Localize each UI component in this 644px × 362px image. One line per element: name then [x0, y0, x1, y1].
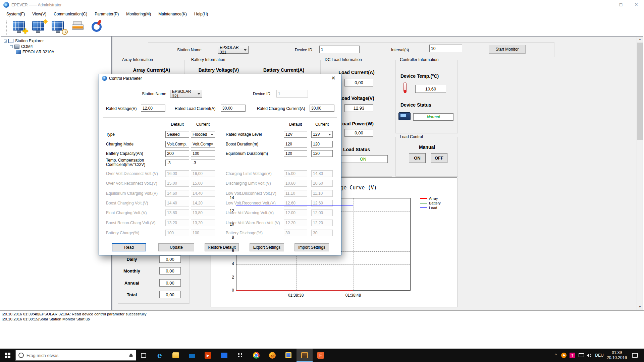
epever-monitor-icon [301, 351, 309, 359]
taskbar-app-media-player[interactable]: ▶ [200, 349, 216, 362]
energy-label-total: Total [120, 292, 144, 297]
dc-item-value: 12,93 [344, 104, 373, 112]
search-placeholder: Frag mich etwas [26, 353, 126, 358]
maximize-button[interactable]: ◻ [613, 0, 629, 10]
array-information-title: Array Information [121, 57, 154, 62]
tray-language-indicator[interactable]: DEU [594, 349, 605, 362]
station-schedule-icon[interactable] [51, 20, 66, 35]
tray-volume-icon[interactable] [585, 349, 594, 362]
tray-notification-icon[interactable] [629, 349, 641, 362]
taskbar-app-firefox[interactable]: e [264, 349, 280, 362]
rated-input[interactable]: 30,00 [221, 105, 246, 112]
tray-date: 20.10.2016 [607, 355, 627, 360]
tree-expander-icon[interactable]: - [4, 40, 7, 43]
dc-item-value: ON [338, 155, 388, 163]
network-display-glyph [579, 353, 584, 357]
device-id-input[interactable]: 1 [319, 46, 360, 53]
scroll-down-icon[interactable]: ▼ [637, 304, 643, 310]
param-default-value: 13.80 [165, 209, 189, 216]
firefox-icon: e [268, 351, 276, 359]
param-default-value: 15.00 [284, 170, 307, 177]
tray-chevron-up-icon[interactable]: ⌃ [552, 349, 560, 362]
taskbar-app-file-explorer[interactable] [168, 349, 184, 362]
load-off-button[interactable]: OFF [431, 153, 447, 163]
device-temp-label: Device Temp.(°C) [400, 73, 439, 79]
vertical-scrollbar[interactable]: ▲ ▼ [637, 37, 643, 310]
param-current-value[interactable]: -3 [191, 160, 215, 166]
menu-item-help[interactable]: Help(H) [191, 11, 211, 17]
tray-clock[interactable]: 01:3920.10.2016 [606, 349, 628, 362]
param-current-value[interactable]: 120 [311, 150, 333, 157]
tree-item-station-explorer[interactable]: -Station Explorer [4, 39, 44, 43]
legend-swatch [420, 198, 427, 199]
param-current-value: 13,80 [191, 209, 215, 216]
taskbar-app-chrome[interactable] [248, 349, 264, 362]
tray-telekom-icon[interactable]: T [568, 349, 577, 362]
tray-network-icon[interactable] [577, 349, 586, 362]
taskbar-app-pdf-app[interactable] [280, 349, 297, 362]
y-tick-label: 12 [227, 208, 234, 213]
param-current-value[interactable]: 120 [311, 141, 333, 147]
param-current-value[interactable]: 100 [191, 150, 215, 157]
interval-label: Interval(s) [391, 48, 409, 52]
taskbar-app-task-view[interactable] [136, 349, 152, 362]
update-button[interactable]: Update [158, 243, 194, 251]
param-current-select[interactable]: Volt.Comp [191, 141, 215, 147]
tree-expander-icon[interactable]: - [10, 45, 13, 48]
taskbar-search-input[interactable]: Frag mich etwas [15, 350, 136, 361]
taskbar-app-photos[interactable] [216, 349, 232, 362]
start-button[interactable] [0, 349, 15, 362]
import-settings-button[interactable]: Import Settings [294, 243, 329, 251]
param-current-select[interactable]: Flooded [191, 131, 215, 138]
tree-item-com4[interactable]: -COM4 [10, 44, 33, 49]
power-icon[interactable] [90, 20, 105, 35]
menu-item-communication[interactable]: Communication(C) [51, 11, 90, 17]
tray-app-orange-icon[interactable] [560, 349, 568, 362]
minimize-button[interactable]: — [598, 0, 613, 10]
param-current-select[interactable]: 12V [311, 131, 333, 138]
taskbar-app-epever-monitor[interactable] [297, 349, 313, 362]
tree-item-epsolar-3210a[interactable]: EPSOLAR 3210A [16, 50, 54, 54]
legend-item-array: Array [420, 196, 438, 200]
menu-item-view[interactable]: View(V) [29, 11, 49, 17]
solar-station-icon[interactable]: ☀ [32, 20, 47, 35]
chevron-down-icon [244, 49, 247, 51]
param-label: Discharging Limit Volt.(V) [226, 181, 283, 186]
param-default-value: 15.00 [165, 180, 189, 187]
rated-input[interactable]: 30,00 [310, 105, 334, 112]
param-default-value: 120 [284, 141, 307, 147]
taskbar-app-fl-studio[interactable]: F [313, 349, 329, 362]
dialog-station-name-select[interactable]: EPSOLAR 321 [170, 90, 202, 98]
param-label: Temp. Compensation Coefficient(mV/°C/2V) [106, 158, 163, 167]
menu-item-maintenance[interactable]: Maintenance(K) [155, 11, 190, 17]
legend-item-battery: Battery [420, 201, 441, 205]
close-button[interactable]: ✕ [629, 0, 644, 10]
param-default-value: 12V [284, 131, 307, 138]
scrollbar-thumb[interactable] [637, 43, 643, 140]
chevron-down-icon [198, 93, 200, 95]
export-settings-button[interactable]: Export Settings [250, 243, 284, 251]
taskbar-app-all-apps[interactable] [232, 349, 248, 362]
dialog-close-icon[interactable]: ✕ [326, 74, 341, 83]
interval-input[interactable]: 10 [429, 45, 462, 52]
rated-input[interactable]: 12,00 [141, 105, 165, 112]
menu-item-system[interactable]: System(F) [3, 11, 28, 17]
param-default-value: 14.60 [165, 190, 189, 197]
param-label: Equilibrium Duration(m) [226, 152, 283, 156]
tray-time: 01:39 [612, 350, 622, 355]
load-on-button[interactable]: ON [409, 153, 426, 163]
taskbar-app-edge[interactable]: e [152, 349, 168, 362]
menu-item-parameter[interactable]: Parameter(P) [92, 11, 122, 17]
print-icon[interactable] [70, 20, 86, 35]
microphone-icon[interactable] [129, 354, 133, 357]
station-name-select[interactable]: EPSOLAR 321 [218, 46, 249, 54]
menu-item-monitoring[interactable]: Monitoring(M) [123, 11, 154, 17]
scroll-up-icon[interactable]: ▲ [637, 37, 643, 42]
start-monitor-button[interactable]: Start Monitor [489, 45, 526, 54]
dialog-device-id-label: Device ID [253, 92, 270, 96]
epever-logo-icon: e [3, 2, 9, 8]
add-station-icon[interactable]: ✚ [12, 20, 28, 35]
taskbar-app-store[interactable] [184, 349, 200, 362]
read-button[interactable]: Read [112, 243, 146, 251]
column-header-default: Default [165, 122, 189, 127]
